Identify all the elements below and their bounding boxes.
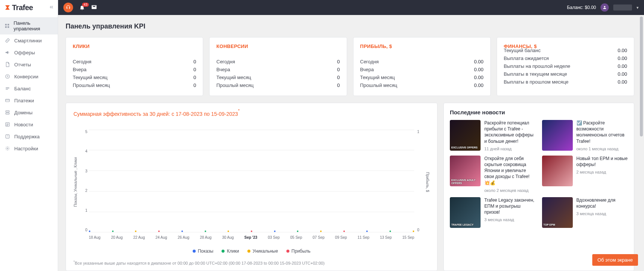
headset-button[interactable] (63, 3, 73, 12)
topbar: 43 Баланс: $0.00 ▾ (58, 0, 644, 15)
sidebar-item[interactable]: Новости (0, 118, 58, 130)
balance-icon (4, 85, 10, 91)
kpi-title: ПРИБЫЛЬ, $ (360, 43, 484, 49)
news-card: Последние новости EXCLUSIVE OFFERS Раскр… (443, 103, 634, 271)
kpi-line: Вчера0.00 (360, 67, 484, 72)
chart-dot (320, 231, 322, 232)
y-tick-left: 5 (85, 130, 87, 134)
svg-rect-7 (6, 111, 9, 112)
news-headline: Trafee Legacy закончен, ЕПМ и розыгрыш п… (484, 197, 536, 216)
sidebar-item[interactable]: Настройки (0, 142, 58, 154)
news-item[interactable]: Новый топ EPM и новые офферы! 2 месяца н… (542, 156, 628, 193)
svg-rect-1 (7, 24, 9, 25)
kpi-line: Сегодня0 (216, 59, 340, 64)
legend-item: Прибыль (286, 249, 311, 254)
sidebar-item-label: Платежи (14, 98, 34, 103)
page-title: Панель управления KPI (66, 22, 634, 30)
x-tick: 22 Aug (133, 235, 145, 240)
sidebar-item[interactable]: Офферы (0, 46, 58, 58)
sidebar-item-label: Офферы (14, 50, 35, 55)
sidebar-item[interactable]: ?Поддержка (0, 130, 58, 142)
news-thumb-tag: TOP EPM (544, 223, 555, 226)
sidebar-item[interactable]: Баланс (0, 82, 58, 94)
news-headline: Вдохновление для конкурса! (577, 197, 628, 209)
news-date: 2 месяца назад (577, 170, 628, 174)
sidebar-item[interactable]: Домены (0, 106, 58, 118)
x-tick: 13 Sep (380, 235, 392, 240)
dollar-icon: $ (4, 73, 10, 79)
sidebar-item[interactable]: Смартлинки (0, 34, 58, 46)
y-axis-right-label: Прибыль, $ (425, 124, 430, 240)
card-icon (4, 97, 10, 103)
kpi-line: Выплаты в прошлом месяце0.00 (504, 79, 627, 85)
sidebar-item-label: Конверсии (14, 74, 38, 79)
sidebar-nav: Панель управленияСмартлинкиОфферыОтчеты$… (0, 15, 58, 154)
x-tick: 07 Sep (313, 235, 325, 240)
x-tick: Sep '23 (244, 235, 258, 240)
news-thumb-tag: EXCLUSIVE ADULT OFFERS (451, 179, 479, 184)
notifications-button[interactable]: 43 (79, 4, 85, 10)
gear-icon (4, 145, 10, 151)
news-item[interactable]: TOP EPM Вдохновление для конкурса! 3 мес… (542, 197, 628, 228)
chart-dot (181, 231, 183, 232)
chevron-down-icon[interactable]: ▾ (637, 5, 639, 10)
avatar[interactable] (601, 3, 609, 12)
kpi-card: ФИНАНСЫ, $Текущий баланс0.00Выплата ожид… (497, 37, 634, 96)
sidebar-item[interactable]: $Конверсии (0, 70, 58, 82)
user-menu[interactable] (613, 4, 632, 10)
kpi-line: Вчера0 (216, 67, 340, 72)
scrollbar[interactable] (640, 15, 643, 271)
x-tick: 26 Aug (178, 235, 189, 240)
server-icon (4, 109, 10, 115)
chart-dot (389, 231, 391, 232)
mail-button[interactable] (91, 4, 97, 11)
news-thumbnail (542, 156, 573, 186)
news-grid: EXCLUSIVE OFFERS Раскройте потенциал при… (450, 120, 628, 228)
news-thumb-tag: TRAFEE LEGACY (451, 223, 473, 226)
x-tick: 20 Aug (111, 235, 123, 240)
y-tick-left: 3 (85, 169, 87, 173)
sidebar: Trafee Панель управленияСмартлинкиОфферы… (0, 0, 58, 271)
chart-dot (228, 231, 229, 232)
news-headline: ☑️ Раскройте возможности молниеносных от… (577, 120, 628, 144)
kpi-line: Вчера0 (73, 67, 196, 72)
svg-point-12 (7, 148, 8, 149)
sidebar-item-label: Баланс (14, 86, 31, 91)
kpi-row: КЛИКИСегодня0Вчера0Текущий месяц0Прошлый… (66, 37, 634, 96)
y-tick-left: 2 (85, 189, 87, 193)
news-item[interactable]: EXCLUSIVE ADULT OFFERS Откройте для себя… (450, 156, 536, 193)
news-thumb-tag: EXCLUSIVE OFFERS (451, 146, 478, 149)
kpi-title: КОНВЕРСИИ (216, 43, 340, 49)
sidebar-item[interactable]: Панель управления (0, 17, 58, 34)
x-tick: 09 Sep (335, 235, 347, 240)
kpi-line: Прошлый месяц0.00 (360, 82, 484, 88)
news-date: около 2 месяцев назад (484, 188, 536, 193)
megaphone-icon (4, 49, 10, 55)
x-tick: 28 Aug (200, 235, 211, 240)
legend-swatch (193, 250, 196, 253)
news-thumbnail: EXCLUSIVE OFFERS (450, 120, 481, 151)
legend-item: Показы (193, 249, 213, 254)
svg-rect-2 (5, 26, 7, 28)
news-item[interactable]: ☑️ Раскройте возможности молниеносных от… (542, 120, 628, 151)
kpi-line: Прошлый месяц0 (73, 82, 196, 88)
legend-swatch (247, 250, 250, 253)
news-icon (4, 121, 10, 127)
legend-label: Прибыль (292, 249, 311, 254)
news-item[interactable]: EXCLUSIVE OFFERS Раскройте потенциал при… (450, 120, 536, 151)
sidebar-item-label: Домены (14, 110, 33, 115)
kpi-line: Сегодня0.00 (360, 59, 484, 64)
chart-dot (158, 231, 160, 232)
news-thumbnail: TOP EPM (542, 197, 573, 228)
news-date: 3 месяца назад (484, 217, 536, 222)
about-screen-button[interactable]: Об этом экране (592, 254, 638, 266)
sidebar-collapse-button[interactable] (49, 4, 54, 11)
kpi-title: КЛИКИ (73, 43, 196, 49)
news-item[interactable]: TRAFEE LEGACY Trafee Legacy закончен, ЕП… (450, 197, 536, 228)
sidebar-item[interactable]: Отчеты (0, 58, 58, 70)
sidebar-item-label: Отчеты (14, 62, 31, 67)
sidebar-item[interactable]: Платежи (0, 94, 58, 106)
svg-rect-6 (6, 99, 10, 102)
brand-logo: Trafee (4, 3, 33, 12)
legend-label: Показы (198, 249, 213, 254)
